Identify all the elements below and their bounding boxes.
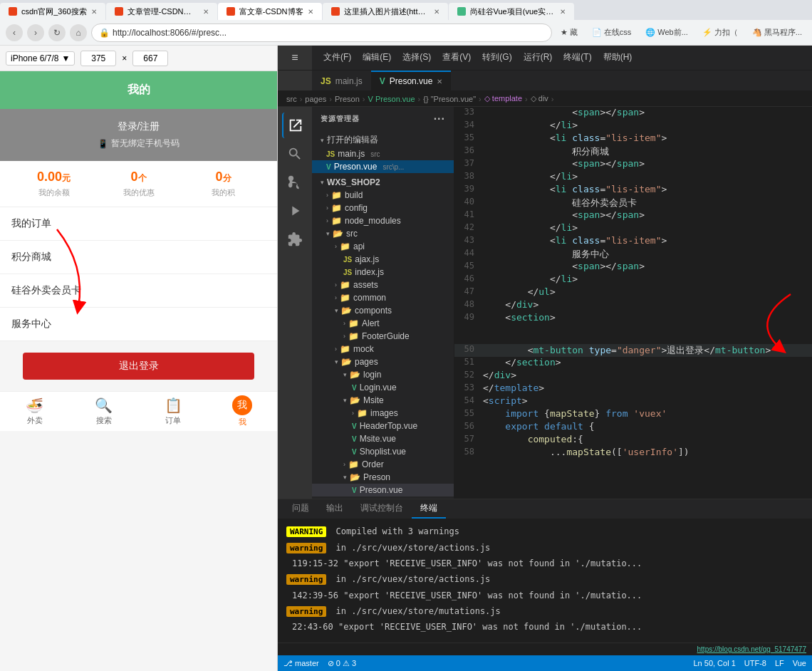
vue-file-icon: V — [326, 163, 331, 171]
menu-view[interactable]: 查看(V) — [437, 51, 477, 63]
browser-tab-2[interactable]: 文章管理-CSDN博客 ✕ — [106, 3, 217, 20]
tab-close-4[interactable]: ✕ — [434, 8, 439, 16]
menu-terminal[interactable]: 终端(T) — [558, 51, 597, 63]
nav-reload[interactable]: ↻ — [48, 24, 66, 41]
explorer-icon[interactable] — [282, 113, 308, 138]
folder-login[interactable]: ▾ 📂 login — [312, 368, 454, 381]
terminal-content[interactable]: WARNING Compiled with 3 warnings warning… — [278, 519, 812, 643]
explorer-menu-icon[interactable]: ··· — [434, 113, 445, 125]
tab-presonvue-close[interactable]: ✕ — [437, 78, 442, 85]
folder-images[interactable]: › 📁 images — [312, 407, 454, 420]
folder-order-icon: 📁 — [348, 459, 359, 469]
menu-item-service[interactable]: 服务中心 — [0, 308, 277, 341]
git-icon[interactable] — [282, 170, 308, 195]
folder-assets-chevron: › — [335, 281, 337, 288]
folder-alert[interactable]: › 📁 Alert — [312, 317, 454, 330]
panel-tab-terminal[interactable]: 终端 — [412, 499, 446, 519]
menu-edit[interactable]: 编辑(E) — [357, 51, 397, 63]
menu-select[interactable]: 选择(S) — [397, 51, 437, 63]
file-msitevue[interactable]: V Msite.vue — [312, 432, 454, 445]
logout-button[interactable]: 退出登录 — [23, 353, 254, 380]
folder-msite-chevron: ▾ — [343, 397, 347, 404]
code-editor[interactable]: 33 <span></span> 34 </li> 35 <li class="… — [454, 107, 812, 499]
folder-node-modules[interactable]: › 📁 node_modules — [312, 214, 454, 227]
nav-item-profile[interactable]: 我 我 — [208, 392, 277, 431]
folder-order-chevron: › — [343, 461, 345, 468]
folder-build[interactable]: › 📁 build — [312, 189, 454, 202]
folder-componts[interactable]: ▾ 📂 componts — [312, 304, 454, 317]
folder-src[interactable]: ▾ 📂 src — [312, 227, 454, 240]
debug-icon[interactable] — [282, 198, 308, 224]
folder-pages[interactable]: ▾ 📂 pages — [312, 355, 454, 368]
tab-label-4: 这里插入图片描述(https://img... — [344, 6, 430, 17]
folder-order[interactable]: › 📁 Order — [312, 458, 454, 471]
folder-preson[interactable]: ▾ 📂 Preson — [312, 471, 454, 484]
file-presonvue[interactable]: V Preson.vue — [312, 484, 454, 496]
folder-src-icon: 📂 — [333, 229, 343, 239]
folder-assets[interactable]: › 📁 assets — [312, 279, 454, 291]
menu-help[interactable]: 帮助(H) — [598, 51, 638, 63]
nav-forward[interactable]: › — [27, 24, 44, 41]
file-ajaxjs[interactable]: JS ajax.js — [312, 253, 454, 266]
tab-close-3[interactable]: ✕ — [308, 8, 313, 16]
folder-msite[interactable]: ▾ 📂 Msite — [312, 394, 454, 407]
nav-back[interactable]: ‹ — [6, 24, 23, 41]
open-file-mainjs[interactable]: JS main.js src — [312, 147, 454, 160]
tab-mainjs[interactable]: JS main.js — [312, 71, 371, 90]
menu-item-points-mall[interactable]: 积分商城 — [0, 241, 277, 274]
tab-close-5[interactable]: ✕ — [560, 8, 566, 16]
browser-tab-4[interactable]: 这里插入图片描述(https://img... ✕ — [323, 3, 448, 20]
menu-file[interactable]: 文件(F) — [318, 51, 357, 63]
tab-close-1[interactable]: ✕ — [91, 8, 97, 16]
nav-item-search[interactable]: 🔍 搜索 — [69, 392, 138, 431]
folder-common[interactable]: › 📁 common — [312, 291, 454, 304]
project-root[interactable]: ▾ WXS_SHOP2 — [312, 176, 454, 189]
bookmark-5[interactable]: 🐴黑马程序... — [748, 26, 806, 39]
nav-item-food[interactable]: 🍜 外卖 — [0, 392, 69, 431]
browser-tab-5[interactable]: 尚硅谷Vue项目(vue实战谷粒... ✕ — [449, 3, 574, 20]
menu-goto[interactable]: 转到(G) — [477, 51, 517, 63]
tab-close-2[interactable]: ✕ — [203, 8, 209, 16]
width-input[interactable] — [80, 51, 116, 66]
ln-col: Ln 50, Col 1 — [693, 659, 735, 667]
menu-item-order[interactable]: 我的订单 — [0, 207, 277, 241]
browser-tab-3[interactable]: 富文章-CSDN博客 ✕ — [218, 3, 322, 20]
bookmark-2[interactable]: 📄在线css — [588, 26, 636, 39]
panel-tab-output[interactable]: 输出 — [318, 499, 352, 519]
nav-home[interactable]: ⌂ — [70, 24, 87, 41]
bookmark-1[interactable]: ★藏 — [556, 26, 582, 39]
phone-icon: 📱 — [98, 139, 108, 149]
menu-item-member[interactable]: 硅谷外卖会员卡 — [0, 274, 277, 308]
activity-spacer — [278, 71, 312, 90]
panel-tab-problems[interactable]: 问题 — [283, 499, 318, 519]
file-indexjs[interactable]: JS index.js — [312, 266, 454, 279]
menu-run[interactable]: 运行(R) — [518, 51, 558, 63]
footer-link[interactable]: https://blog.csdn.net/qq_51747477 — [697, 645, 806, 653]
dim-separator: × — [122, 53, 127, 63]
file-headertop[interactable]: V HeaderTop.vue — [312, 420, 454, 432]
tab-presonvue[interactable]: V Preson.vue ✕ — [371, 71, 452, 90]
search-activity-icon[interactable] — [282, 141, 308, 167]
open-editors-section[interactable]: ▾ 打开的编辑器 — [312, 132, 454, 147]
address-bar[interactable]: 🔒 http://localhost:8066/#/presc... — [91, 24, 552, 42]
file-shoplist[interactable]: V Shoplist.vue — [312, 445, 454, 458]
nav-item-orders[interactable]: 📋 订单 — [139, 392, 208, 431]
folder-mock[interactable]: › 📁 mock — [312, 343, 454, 355]
panel-tab-debug[interactable]: 调试控制台 — [352, 499, 412, 519]
open-file-presonvue[interactable]: V Preson.vue src\p... — [312, 160, 454, 173]
browser-tab-1[interactable]: csdn官网_360搜索 ✕ — [0, 3, 105, 20]
folder-config[interactable]: › 📁 config — [312, 202, 454, 214]
bookmark-3[interactable]: 🌐Web前... — [641, 26, 692, 39]
tab-label-1: csdn官网_360搜索 — [21, 6, 87, 17]
folder-footerguide[interactable]: › 📁 FooterGuide — [312, 330, 454, 343]
vue-icon: V — [380, 76, 385, 86]
device-select[interactable]: iPhone 6/7/8 ▼ — [6, 51, 75, 66]
folder-alert-chevron: › — [343, 320, 345, 327]
login-link[interactable]: 登录/注册 — [118, 120, 160, 133]
coupon-value: 0个 — [96, 170, 181, 184]
file-loginvue[interactable]: V Login.vue — [312, 381, 454, 394]
bookmark-4[interactable]: ⚡力扣（ — [698, 26, 742, 39]
folder-api[interactable]: › 📁 api — [312, 240, 454, 253]
height-input[interactable] — [132, 51, 168, 66]
extensions-icon[interactable] — [282, 227, 308, 252]
